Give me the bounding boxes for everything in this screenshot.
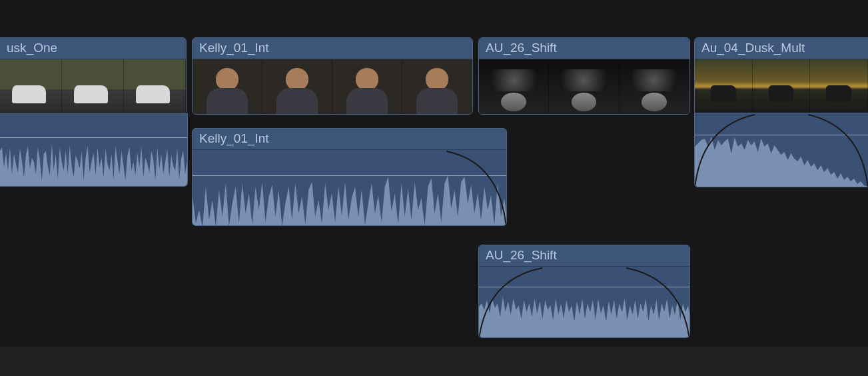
video-clip-au-04-dusk-mult[interactable]: Au_04_Dusk_Mult: [694, 37, 868, 115]
clip-title: Au_04_Dusk_Mult: [695, 38, 868, 59]
audio-attached-dusk-mult[interactable]: [694, 113, 868, 187]
clip-thumbnails: [479, 59, 689, 114]
clip-thumbnails: [193, 59, 472, 114]
clip-thumbnails: [695, 59, 868, 114]
video-clip-au-26-shift[interactable]: AU_26_Shift: [478, 37, 690, 115]
audio-clip-title: AU_26_Shift: [479, 245, 689, 267]
audio-attached-usk-one[interactable]: [0, 113, 188, 187]
clip-title: AU_26_Shift: [479, 38, 689, 59]
audio-clip-title: Kelly_01_Int: [193, 129, 506, 150]
audio-detached-au-26-shift[interactable]: AU_26_Shift: [478, 245, 690, 338]
timeline-area[interactable]: usk_One Kelly_01_Int AU_26_Shift Au_04_D…: [0, 0, 868, 347]
clip-title: Kelly_01_Int: [193, 38, 472, 59]
clip-thumbnails: [0, 59, 186, 114]
bottom-bar: [0, 347, 868, 376]
video-clip-kelly-01-int[interactable]: Kelly_01_Int: [192, 37, 473, 115]
audio-detached-kelly-01-int[interactable]: Kelly_01_Int: [192, 128, 507, 226]
video-clip-usk-one[interactable]: usk_One: [0, 37, 187, 115]
clip-title: usk_One: [0, 38, 186, 59]
